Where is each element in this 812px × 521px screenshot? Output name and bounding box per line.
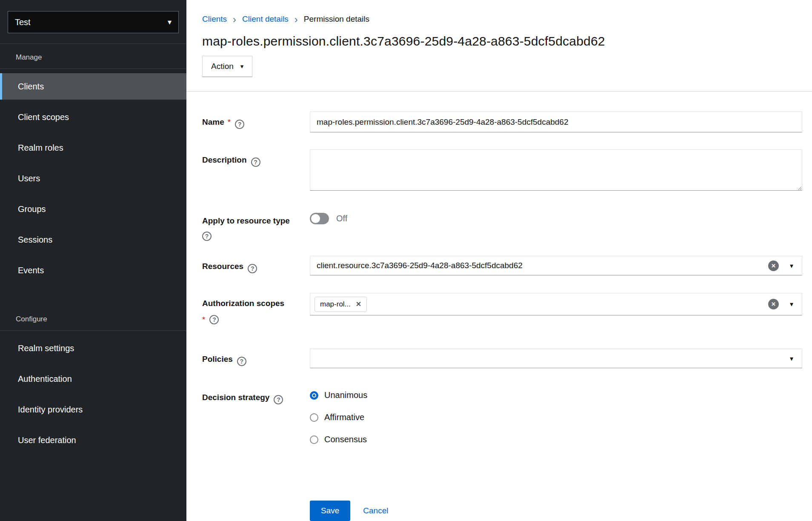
required-asterisk: * [228,117,231,126]
permission-form: Name*? Description? Apply to resource ty… [202,112,802,457]
breadcrumb-separator-icon: › [233,15,236,23]
save-button[interactable]: Save [310,501,350,521]
form-row-authorization-scopes: Authorization scopes *? map-rol... ✕ ✕ ▾ [202,293,802,325]
form-actions: Save Cancel [310,501,388,521]
authorization-scope-chip: map-rol... ✕ [315,297,367,312]
main-content: Clients › Client details › Permission de… [186,0,812,521]
nav-list-manage: Clients Client scopes Realm roles Users … [0,73,186,283]
name-label: Name*? [202,112,310,129]
resources-label: Resources? [202,256,310,273]
action-dropdown-button[interactable]: Action ▾ [202,56,252,77]
toggle-state-label: Off [336,214,347,223]
realm-selector[interactable]: Test ▾ [8,11,179,33]
sidebar-item-user-federation[interactable]: User federation [0,427,186,453]
chevron-down-icon: ▾ [240,63,244,70]
radio-unselected-icon[interactable] [310,413,318,422]
form-row-decision-strategy: Decision strategy? Unanimous Affirmative… [202,387,802,457]
form-row-policies: Policies? ▾ [202,349,802,368]
breadcrumb-client-details[interactable]: Client details [242,14,289,24]
decision-strategy-label: Decision strategy? [202,387,310,404]
radio-option-unanimous[interactable]: Unanimous [310,390,802,400]
radio-selected-icon[interactable] [310,391,318,400]
policies-select[interactable]: ▾ [310,349,802,368]
apply-to-resource-type-field: Off [310,210,802,224]
header-divider [186,91,812,92]
help-icon[interactable]: ? [251,157,260,167]
sidebar-item-sessions[interactable]: Sessions [0,226,186,253]
action-dropdown-label: Action [211,62,234,71]
sidebar-item-clients[interactable]: Clients [0,73,186,100]
sidebar-item-events[interactable]: Events [0,257,186,283]
form-row-apply-to-resource-type: Apply to resource type ? Off [202,210,802,241]
form-row-resources: Resources? client.resource.3c7a3696-25d9… [202,256,802,275]
policies-label: Policies? [202,349,310,366]
required-asterisk: * [202,314,205,325]
sidebar-item-realm-settings[interactable]: Realm settings [0,335,186,361]
sidebar-item-identity-providers[interactable]: Identity providers [0,396,186,423]
radio-option-consensus[interactable]: Consensus [310,435,802,444]
description-label-text: Description [202,155,247,164]
realm-name: Test [15,17,31,27]
sidebar-item-authentication[interactable]: Authentication [0,366,186,392]
authorization-scopes-label: Authorization scopes *? [202,293,310,325]
sidebar: Test ▾ Manage Clients Client scopes Real… [0,0,186,521]
cancel-button[interactable]: Cancel [363,506,388,515]
radio-unselected-icon[interactable] [310,435,318,444]
nav-list-configure: Realm settings Authentication Identity p… [0,335,186,453]
toggle-knob [311,214,320,223]
nav-section-title-configure: Configure [0,306,186,331]
nav-section-gap [0,288,186,306]
help-icon[interactable]: ? [237,357,246,366]
radio-label: Unanimous [324,390,367,400]
sidebar-item-realm-roles[interactable]: Realm roles [0,135,186,161]
clear-selection-icon[interactable]: ✕ [768,299,779,309]
nav-section-title-manage: Manage [0,44,186,69]
description-textarea[interactable] [310,149,802,191]
sidebar-item-users[interactable]: Users [0,165,186,192]
form-row-description: Description? [202,149,802,191]
decision-strategy-radio-group: Unanimous Affirmative Consensus [310,387,802,457]
help-icon[interactable]: ? [202,232,212,241]
chevron-down-icon[interactable]: ▾ [790,262,793,270]
form-row-name: Name*? [202,112,802,132]
sidebar-item-groups[interactable]: Groups [0,196,186,222]
radio-label: Consensus [324,435,367,444]
name-input[interactable] [310,112,802,132]
apply-to-resource-type-toggle[interactable] [310,213,329,224]
authorization-scopes-label-text: Authorization scopes [202,299,284,308]
chip-area: map-rol... ✕ [310,297,768,312]
authorization-scopes-select[interactable]: map-rol... ✕ ✕ ▾ [310,293,802,315]
clear-selection-icon[interactable]: ✕ [768,260,779,271]
sidebar-nav: Manage Clients Client scopes Realm roles… [0,44,186,458]
page-title: map-roles.permission.client.3c7a3696-25d… [202,34,802,49]
breadcrumb-separator-icon: › [294,15,298,23]
sidebar-item-client-scopes[interactable]: Client scopes [0,104,186,130]
chevron-down-icon[interactable]: ▾ [790,300,793,308]
apply-to-resource-type-label-text: Apply to resource type [202,216,290,225]
help-icon[interactable]: ? [248,264,257,273]
resources-label-text: Resources [202,262,243,271]
description-label: Description? [202,149,310,167]
resources-selected-value: client.resource.3c7a3696-25d9-4a28-a863-… [310,261,768,270]
chip-remove-icon[interactable]: ✕ [356,300,361,308]
breadcrumb-permission-details: Permission details [304,14,369,24]
resources-select[interactable]: client.resource.3c7a3696-25d9-4a28-a863-… [310,256,802,275]
apply-to-resource-type-label: Apply to resource type ? [202,210,310,241]
radio-option-affirmative[interactable]: Affirmative [310,412,802,422]
breadcrumb-clients[interactable]: Clients [202,14,227,24]
decision-strategy-label-text: Decision strategy [202,393,269,402]
help-icon[interactable]: ? [274,395,283,404]
help-icon[interactable]: ? [235,120,244,129]
help-icon[interactable]: ? [209,315,219,324]
name-label-text: Name [202,117,224,126]
realm-selector-area: Test ▾ [0,0,186,44]
chip-label: map-rol... [320,300,351,309]
chevron-down-icon[interactable]: ▾ [790,355,793,363]
breadcrumb: Clients › Client details › Permission de… [202,0,802,24]
chevron-down-icon: ▾ [168,17,172,27]
radio-label: Affirmative [324,412,364,422]
policies-label-text: Policies [202,355,233,364]
